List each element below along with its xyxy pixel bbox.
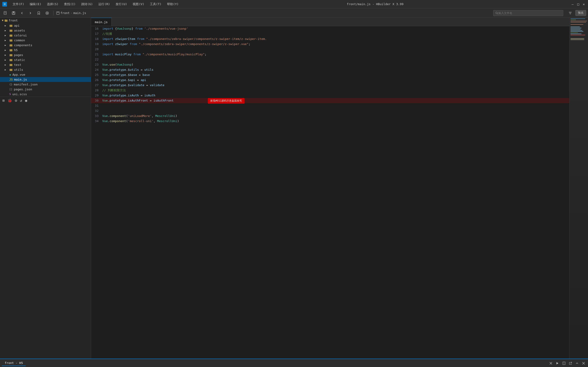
tab-main-js[interactable]: main.js xyxy=(91,18,112,26)
sidebar-root[interactable]: ▼ front xyxy=(0,18,91,23)
minimize-button[interactable]: — xyxy=(571,2,574,6)
sidebar-item-static[interactable]: ▶ static xyxy=(0,58,91,62)
save-button[interactable] xyxy=(10,10,17,16)
forward-button[interactable] xyxy=(27,10,34,16)
file-search-box[interactable] xyxy=(493,10,563,16)
preview-button[interactable]: 预览 xyxy=(575,10,586,16)
code-line-25: 25 Vue.prototype.$base = base xyxy=(91,72,569,77)
code-line-29: 29 Vue.prototype.isAuth = isAuth xyxy=(91,93,569,98)
sidebar-item-main-js[interactable]: ▶ JS main.js xyxy=(0,77,91,82)
sidebar-debug-icon[interactable]: 🐞 xyxy=(8,98,12,103)
menu-run[interactable]: 运行(R) xyxy=(97,2,111,7)
sidebar-item-app-vue[interactable]: ▶ ◈ App.vue xyxy=(0,72,91,77)
code-content-27: Vue.prototype.$validate = validate xyxy=(102,83,569,88)
code-content-24: Vue.prototype.$utils = utils xyxy=(102,67,569,72)
code-line-24: 24 Vue.prototype.$utils = utils xyxy=(91,67,569,72)
sidebar-item-assets[interactable]: ▶ assets xyxy=(0,28,91,33)
json-icon-pages: [] xyxy=(9,88,12,91)
sidebar-item-utils[interactable]: ▶ utils xyxy=(0,67,91,72)
bottom-tab-front-h5[interactable]: front - H5 xyxy=(2,360,26,366)
run-button[interactable] xyxy=(44,10,50,16)
code-content-18: import zSwiperItem from "./components/ze… xyxy=(102,36,569,42)
bottom-split-button[interactable] xyxy=(561,361,567,366)
sidebar-item-test[interactable]: ▶ test xyxy=(0,62,91,67)
line-num-18: 18 xyxy=(91,36,102,42)
sidebar-item-components[interactable]: ▶ components xyxy=(0,43,91,48)
svg-rect-25 xyxy=(9,59,12,61)
menu-publish[interactable]: 发行(U) xyxy=(115,2,128,7)
sidebar-refresh-icon[interactable]: ↺ xyxy=(20,98,22,103)
expand-icon-pages: ▶ xyxy=(5,54,8,56)
breadcrumb-root[interactable]: front xyxy=(60,11,70,15)
code-content-28: // 判断权限方法 xyxy=(102,88,569,93)
svg-rect-17 xyxy=(5,20,6,20)
bottom-run-button[interactable] xyxy=(555,361,560,366)
expand-icon-h5: ▶ xyxy=(5,49,8,51)
sidebar-item-pages-json[interactable]: ▶ [] pages.json xyxy=(0,87,91,92)
menu-file[interactable]: 文件(F) xyxy=(12,2,25,7)
menu-find[interactable]: 查找(I) xyxy=(63,2,76,7)
bottom-collapse-button[interactable] xyxy=(574,361,580,366)
sidebar: ▼ front ▶ api ▶ assets ▶ colorui ▶ commo… xyxy=(0,18,91,359)
maximize-button[interactable]: □ xyxy=(576,2,580,6)
svg-marker-6 xyxy=(38,12,40,15)
bottom-panel: front - H5 [广告] 20:36:57.414 uni-cd xyxy=(0,359,588,367)
code-content-21: import musicPlay from "./components/musi… xyxy=(102,52,569,57)
new-file-button[interactable] xyxy=(2,10,8,16)
close-button[interactable]: ✕ xyxy=(582,2,586,6)
file-search-input[interactable] xyxy=(498,11,561,15)
sidebar-item-api[interactable]: ▶ api xyxy=(0,23,91,28)
sidebar-label-h5: h5 xyxy=(14,48,18,52)
menu-goto[interactable]: 跳转(G) xyxy=(80,2,94,7)
expand-icon-api: ▶ xyxy=(5,24,8,27)
code-line-34: 34 Vue.component('mescroll-uni', Mescrol… xyxy=(91,119,569,124)
line-num-23: 23 xyxy=(91,62,102,67)
breadcrumb-file[interactable]: main.js xyxy=(73,11,86,15)
sidebar-label-static: static xyxy=(14,58,25,62)
sidebar-settings-icon[interactable]: ⚙ xyxy=(15,98,17,103)
sidebar-item-manifest-json[interactable]: ▶ {} manifest.json xyxy=(0,82,91,87)
sidebar-label-app-vue: App.vue xyxy=(12,73,25,76)
sidebar-root-label: front xyxy=(9,19,18,22)
bottom-clear-button[interactable] xyxy=(548,361,554,366)
code-line-22: 22 xyxy=(91,57,569,62)
svg-line-12 xyxy=(497,13,498,14)
bottom-close-panel-button[interactable] xyxy=(581,361,586,366)
line-num-28: 28 xyxy=(91,88,102,93)
code-content-17: //轮播 xyxy=(102,31,569,36)
svg-rect-27 xyxy=(9,69,12,71)
tab-bar: main.js xyxy=(91,18,569,26)
code-content-29: Vue.prototype.isAuth = isAuth xyxy=(102,93,569,98)
menu-select[interactable]: 选择(S) xyxy=(46,2,59,7)
sidebar-file-manager-icon[interactable]: ⊞ xyxy=(2,98,5,103)
sidebar-item-colorui[interactable]: ▶ colorui xyxy=(0,33,91,38)
menu-tools[interactable]: 工具(T) xyxy=(149,2,162,7)
expand-icon-components: ▶ xyxy=(5,44,8,46)
code-content-16: import {VueJsonp} from './components/vue… xyxy=(102,26,569,31)
bottom-popout-button[interactable] xyxy=(568,361,573,366)
back-button[interactable] xyxy=(19,10,25,16)
scss-icon: S xyxy=(9,93,11,96)
svg-rect-19 xyxy=(9,30,12,32)
sidebar-item-h5[interactable]: ▶ h5 xyxy=(0,48,91,52)
sidebar-label-test: test xyxy=(14,63,21,67)
sidebar-label-manifest-json: manifest.json xyxy=(14,83,38,86)
sidebar-item-uni-scss[interactable]: ▶ S uni.scss xyxy=(0,92,91,97)
filter-button[interactable] xyxy=(567,10,573,16)
app-icon[interactable]: H xyxy=(2,2,7,7)
bookmark-button[interactable] xyxy=(35,10,42,16)
menu-help[interactable]: 帮助(Y) xyxy=(166,2,179,7)
code-content-34: Vue.component('mescroll-uni', MescrollUn… xyxy=(102,119,569,124)
expand-icon-common: ▶ xyxy=(5,39,8,42)
code-content-26: Vue.prototype.$api = api xyxy=(102,77,569,83)
sidebar-item-pages[interactable]: ▶ pages xyxy=(0,52,91,58)
breadcrumb-sep: › xyxy=(70,11,72,15)
sidebar-ext-icon[interactable]: ◉ xyxy=(25,98,27,103)
expand-icon-utils: ▶ xyxy=(5,68,8,71)
menu-view[interactable]: 视图(V) xyxy=(132,2,145,7)
vue-icon: ◈ xyxy=(9,73,11,76)
line-num-20: 20 xyxy=(91,47,102,52)
code-editor[interactable]: 16 import {VueJsonp} from './components/… xyxy=(91,26,569,359)
menu-edit[interactable]: 编辑(E) xyxy=(29,2,42,7)
sidebar-item-common[interactable]: ▶ common xyxy=(0,38,91,43)
